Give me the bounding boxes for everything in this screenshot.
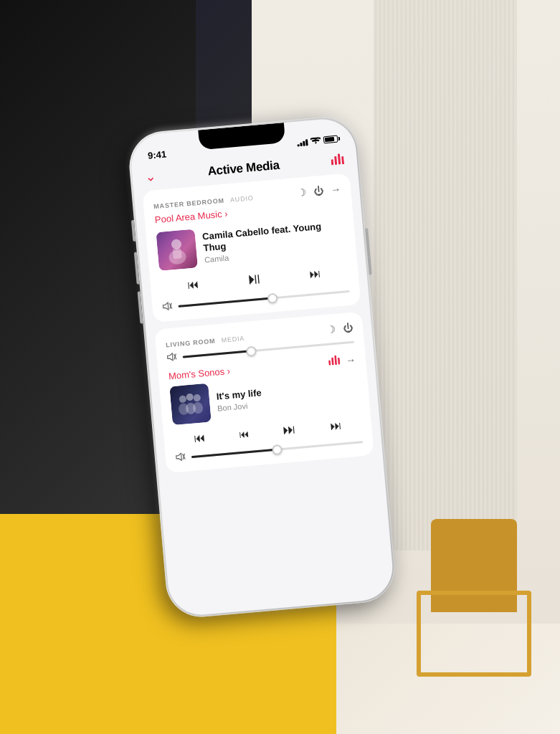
- phone-shell: 9:41: [126, 114, 397, 619]
- signal-icon: [296, 138, 308, 146]
- living-play-pause-button[interactable]: ⏭: [283, 421, 297, 437]
- phone-screen: 9:41: [128, 117, 395, 618]
- track-artwork: [156, 229, 198, 271]
- living-room-type: MEDIA: [221, 335, 245, 344]
- phone-device: 9:41: [126, 114, 397, 619]
- living-chart-icon[interactable]: [328, 355, 341, 368]
- room-label: MASTER BEDROOM: [153, 197, 224, 211]
- battery-icon: [323, 135, 338, 144]
- living-arrow-right-icon[interactable]: →: [345, 354, 356, 366]
- svg-point-15: [179, 395, 186, 403]
- svg-rect-13: [334, 356, 337, 365]
- mute-icon[interactable]: [162, 302, 173, 313]
- svg-rect-3: [341, 156, 344, 164]
- chevron-down-icon[interactable]: ⌄: [144, 168, 156, 185]
- living-room-label: LIVING ROOM: [165, 338, 215, 349]
- living-mute-icon-bottom[interactable]: [175, 452, 186, 464]
- track-info: Camila Cabello feat. Young Thug Camila: [201, 219, 346, 264]
- svg-rect-6: [172, 248, 181, 259]
- gold-chair: [417, 519, 531, 677]
- artist-figure: [161, 234, 192, 265]
- chair-frame: [417, 591, 531, 677]
- arrow-right-icon[interactable]: →: [330, 184, 341, 196]
- svg-rect-1: [334, 156, 337, 165]
- wifi-icon: [310, 136, 321, 145]
- room-type: AUDIO: [229, 194, 253, 204]
- living-mute-icon-top[interactable]: [166, 352, 177, 363]
- status-time: 9:41: [147, 148, 166, 161]
- scroll-content: MASTER BEDROOM AUDIO ☽ ⏻ → Pool Area Mus…: [133, 172, 394, 610]
- skip-back-back-button[interactable]: ⏮: [186, 277, 199, 291]
- living-volume-fill-bottom: [191, 449, 277, 458]
- living-skip-forward-forward-button[interactable]: ⏭: [329, 419, 342, 432]
- bg-curtain: [374, 0, 517, 550]
- track-row: Camila Cabello feat. Young Thug Camila: [156, 216, 346, 271]
- page-title: Active Media: [207, 158, 280, 179]
- svg-point-17: [193, 394, 201, 402]
- status-icons: [296, 135, 338, 146]
- living-volume-fill-top: [182, 350, 251, 358]
- living-room-card: LIVING ROOM MEDIA ☽ ⏻: [154, 312, 374, 474]
- svg-point-16: [186, 394, 194, 401]
- play-pause-button[interactable]: ⏯: [245, 270, 262, 290]
- power-icon[interactable]: ⏻: [313, 185, 323, 197]
- svg-rect-12: [331, 358, 334, 366]
- living-room-controls: ☽ ⏻: [326, 322, 353, 335]
- chart-icon[interactable]: [330, 153, 344, 168]
- living-moon-icon[interactable]: ☽: [326, 323, 336, 335]
- volume-fill: [178, 297, 272, 307]
- skip-forward-forward-button[interactable]: ⏭: [309, 267, 322, 280]
- living-track-info: It's my life Bon Jovi: [216, 379, 359, 413]
- svg-rect-11: [328, 361, 331, 366]
- svg-rect-2: [337, 153, 340, 164]
- master-bedroom-card: MASTER BEDROOM AUDIO ☽ ⏻ → Pool Area Mus…: [142, 173, 361, 323]
- svg-rect-14: [337, 358, 339, 365]
- living-power-icon[interactable]: ⏻: [342, 322, 353, 334]
- living-skip-back-button[interactable]: ⏮: [238, 427, 249, 439]
- source-icons: →: [328, 353, 356, 368]
- moon-icon[interactable]: ☽: [296, 186, 306, 199]
- svg-point-4: [171, 239, 181, 249]
- living-volume-thumb-top[interactable]: [245, 345, 256, 356]
- svg-rect-0: [331, 159, 333, 165]
- living-skip-back-back-button[interactable]: ⏮: [193, 431, 206, 444]
- source-link-sonos[interactable]: Mom's Sonos ›: [168, 365, 230, 381]
- living-track-artwork: [169, 383, 212, 426]
- band-figure: [174, 389, 205, 419]
- living-volume-thumb-bottom[interactable]: [271, 444, 282, 455]
- volume-thumb[interactable]: [267, 292, 277, 303]
- room-controls: ☽ ⏻ →: [296, 184, 341, 199]
